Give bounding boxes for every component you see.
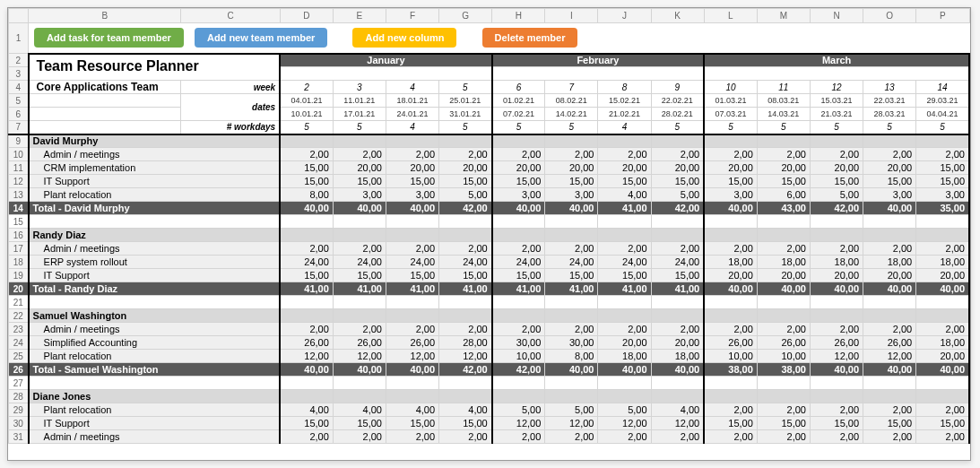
cell[interactable]: 5,00 <box>651 188 704 202</box>
cell[interactable]: 42,00 <box>439 202 492 215</box>
delete-member-button[interactable]: Delete member <box>482 28 578 48</box>
task-name[interactable]: ERP system rollout <box>29 256 281 269</box>
cell[interactable]: 40,00 <box>545 363 598 377</box>
cell[interactable]: 12,00 <box>810 350 863 363</box>
cell[interactable]: 20,00 <box>439 161 492 175</box>
cell[interactable]: 20,00 <box>704 161 757 175</box>
cell[interactable]: 12,00 <box>333 350 386 363</box>
cell[interactable]: 2,00 <box>863 403 916 417</box>
cell[interactable]: 2,00 <box>757 148 810 161</box>
cell[interactable]: 5,00 <box>598 403 651 417</box>
cell[interactable]: 2,00 <box>757 323 810 336</box>
cell[interactable]: 20,00 <box>757 161 810 175</box>
cell[interactable]: 42,00 <box>492 363 545 377</box>
cell[interactable]: 26,00 <box>863 336 916 350</box>
cell[interactable]: 3,00 <box>704 188 757 202</box>
col-header[interactable]: C <box>181 9 280 23</box>
cell[interactable]: 15,00 <box>863 417 916 430</box>
cell[interactable]: 2,00 <box>916 242 969 256</box>
cell[interactable]: 2,00 <box>810 403 863 417</box>
row-header[interactable]: 12 <box>9 175 29 188</box>
cell[interactable]: 15,00 <box>439 175 492 188</box>
cell[interactable]: 15,00 <box>280 417 333 430</box>
row-header[interactable]: 24 <box>9 336 29 350</box>
cell[interactable]: 15,00 <box>757 417 810 430</box>
cell[interactable]: 20,00 <box>916 269 969 282</box>
cell[interactable]: 40,00 <box>863 282 916 296</box>
cell[interactable]: 30,00 <box>492 336 545 350</box>
cell[interactable]: 40,00 <box>757 282 810 296</box>
cell[interactable]: 2,00 <box>439 148 492 161</box>
cell[interactable]: 18,00 <box>757 256 810 269</box>
select-all-cell[interactable] <box>9 9 29 23</box>
cell[interactable]: 24,00 <box>386 256 438 269</box>
cell[interactable]: 41,00 <box>439 282 492 296</box>
cell[interactable]: 2,00 <box>598 242 651 256</box>
task-name[interactable]: IT Support <box>29 175 281 188</box>
row-header[interactable]: 29 <box>9 403 29 417</box>
task-name[interactable]: IT Support <box>29 269 281 282</box>
cell[interactable]: 2,00 <box>545 430 598 444</box>
row-header[interactable]: 17 <box>9 242 29 256</box>
row-header[interactable]: 5 <box>9 94 29 108</box>
row-header[interactable]: 20 <box>9 282 29 296</box>
cell[interactable]: 15,00 <box>439 269 492 282</box>
cell[interactable]: 12,00 <box>439 350 492 363</box>
cell[interactable]: 3,00 <box>545 188 598 202</box>
cell[interactable]: 20,00 <box>863 161 916 175</box>
cell[interactable]: 41,00 <box>545 282 598 296</box>
row-header[interactable]: 2 <box>9 54 29 67</box>
cell[interactable]: 28,00 <box>439 336 492 350</box>
cell[interactable]: 18,00 <box>651 350 704 363</box>
cell[interactable]: 2,00 <box>704 323 757 336</box>
cell[interactable]: 8,00 <box>280 188 333 202</box>
task-name[interactable]: IT Support <box>29 417 281 430</box>
row-header[interactable]: 4 <box>9 81 29 94</box>
cell[interactable]: 38,00 <box>757 363 810 377</box>
cell[interactable]: 15,00 <box>704 417 757 430</box>
cell[interactable]: 12,00 <box>492 417 545 430</box>
col-header[interactable]: F <box>386 9 438 23</box>
cell[interactable]: 30,00 <box>545 336 598 350</box>
cell[interactable]: 41,00 <box>651 282 704 296</box>
cell[interactable]: 20,00 <box>810 161 863 175</box>
cell[interactable]: 40,00 <box>810 282 863 296</box>
cell[interactable]: 2,00 <box>810 430 863 444</box>
cell[interactable]: 24,00 <box>439 256 492 269</box>
cell[interactable]: 2,00 <box>651 430 704 444</box>
col-header[interactable]: B <box>29 9 181 23</box>
cell[interactable]: 2,00 <box>704 148 757 161</box>
cell[interactable]: 20,00 <box>810 269 863 282</box>
cell[interactable]: 40,00 <box>333 363 386 377</box>
cell[interactable]: 15,00 <box>333 417 386 430</box>
cell[interactable]: 4,00 <box>651 403 704 417</box>
cell[interactable]: 2,00 <box>598 323 651 336</box>
cell[interactable]: 15,00 <box>916 175 969 188</box>
task-name[interactable]: Admin / meetings <box>29 323 281 336</box>
cell[interactable]: 10,00 <box>704 350 757 363</box>
cell[interactable]: 40,00 <box>651 363 704 377</box>
row-header[interactable]: 23 <box>9 323 29 336</box>
cell[interactable]: 2,00 <box>757 242 810 256</box>
cell[interactable]: 18,00 <box>598 350 651 363</box>
cell[interactable]: 2,00 <box>545 323 598 336</box>
cell[interactable]: 2,00 <box>439 242 492 256</box>
cell[interactable]: 15,00 <box>863 175 916 188</box>
cell[interactable]: 8,00 <box>545 350 598 363</box>
cell[interactable]: 40,00 <box>280 363 333 377</box>
cell[interactable]: 24,00 <box>280 256 333 269</box>
add-member-button[interactable]: Add new team member <box>195 28 327 48</box>
cell[interactable]: 2,00 <box>651 148 704 161</box>
cell[interactable]: 2,00 <box>545 148 598 161</box>
cell[interactable]: 18,00 <box>916 336 969 350</box>
cell[interactable]: 5,00 <box>810 188 863 202</box>
cell[interactable]: 40,00 <box>280 202 333 215</box>
cell[interactable]: 15,00 <box>651 175 704 188</box>
row-header[interactable]: 25 <box>9 350 29 363</box>
cell[interactable]: 2,00 <box>704 242 757 256</box>
cell[interactable]: 2,00 <box>916 148 969 161</box>
row-header[interactable]: 19 <box>9 269 29 282</box>
cell[interactable]: 15,00 <box>810 175 863 188</box>
cell[interactable]: 43,00 <box>757 202 810 215</box>
cell[interactable]: 41,00 <box>598 282 651 296</box>
